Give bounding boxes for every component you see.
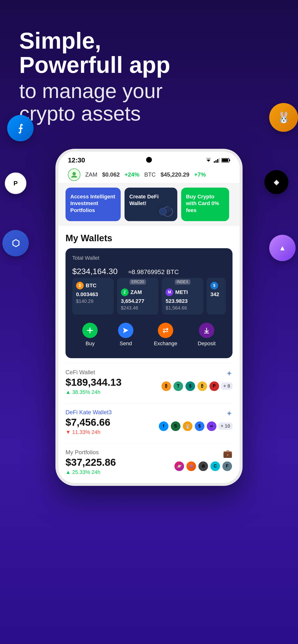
deposit-action-btn[interactable]: Deposit <box>198 323 216 347</box>
rabbit-small-icon: 🐰 <box>182 421 193 432</box>
svg-point-12 <box>167 207 171 212</box>
total-wallet-label: Total Wallet <box>72 255 226 261</box>
buy-action-btn[interactable]: Buy <box>82 323 98 347</box>
btc-ticker-label: BTC <box>144 171 156 178</box>
p5-small-icon: F <box>222 461 232 472</box>
cefi-wallet-icons: ₿ T $ ₿ P + 8 <box>161 381 232 392</box>
status-bar: 12:30 <box>58 152 240 166</box>
cefi-wallet-right: ✦ ₿ T $ ₿ P + 8 <box>161 369 232 392</box>
deposit-icon <box>199 323 214 338</box>
exchange-label: Exchange <box>154 340 177 347</box>
feature-card-buy-title: Buy Crypto with Card 0% fees <box>186 193 224 214</box>
total-wallet-amount: $234,164.30 ≈8.98769952 BTC <box>72 262 226 277</box>
portfolios-wallet-name: My Portfolios <box>66 449 116 456</box>
zam-card-header: Z ZAM <box>121 288 155 296</box>
feature-card-defi[interactable]: Create DeFi Wallet! <box>124 188 177 221</box>
portfolios-wallet-item[interactable]: My Portfolios $37,225.86 ▲ 25.33% 24h 💼 … <box>66 443 232 483</box>
zam-coin-card[interactable]: ERC20 Z ZAM 3,654.277 $243.46 <box>117 278 159 314</box>
deposit-label: Deposit <box>198 340 216 347</box>
meti-name: METI <box>175 289 188 296</box>
exchange-action-btn[interactable]: Exchange <box>154 323 177 347</box>
defi-wallet-right: ✦ f S 🐰 $ ∞ + 10 <box>158 409 232 432</box>
hero-subtitle: to manage your crypto assets <box>19 80 279 125</box>
svg-marker-15 <box>123 328 128 333</box>
svg-rect-5 <box>219 158 220 163</box>
feature-card-defi-title: Create DeFi Wallet! <box>129 193 173 207</box>
wallets-section: My Wallets Total Wallet $234,164.30 ≈8.9… <box>58 226 240 363</box>
cefi-more-badge: + 8 <box>221 382 232 390</box>
cefi-action-icon[interactable]: ✦ <box>226 369 232 378</box>
front-camera <box>146 157 152 163</box>
defi-wallet-icons: f S 🐰 $ ∞ + 10 <box>158 421 232 432</box>
zam-value: $243.46 <box>121 305 155 311</box>
meti-card-header: M METI <box>166 288 199 296</box>
exchange-icon <box>158 323 173 338</box>
send-action-btn[interactable]: Send <box>118 323 133 347</box>
wifi-icon <box>205 158 212 163</box>
cefi-wallet-change: ▲ 38.35% 24h <box>66 389 122 395</box>
phone-mockup-container: 12:30 <box>0 149 298 486</box>
cefi-wallet-info: CeFi Wallet $189,344.13 ▲ 38.35% 24h <box>66 369 122 395</box>
exchange-arrows-icon <box>162 327 169 334</box>
p-small-icon: P <box>209 381 220 392</box>
deposit-arrow-icon <box>203 327 210 334</box>
meti-coin-card[interactable]: INDEX M METI 523.9823 $1,564.66 <box>162 278 203 314</box>
buy-label: Buy <box>85 340 95 347</box>
phone-frame: 12:30 <box>55 149 243 486</box>
zam-ticker-label: ZAM <box>85 171 97 178</box>
svg-rect-4 <box>217 159 218 163</box>
feature-card-invest[interactable]: Access Intelligent Investment Portfolios <box>66 188 121 221</box>
btc-amount: 0.003463 <box>76 291 110 298</box>
portfolios-wallet-amount: $37,225.86 <box>66 457 116 468</box>
f-small-icon: f <box>158 421 169 432</box>
portfolios-wallet-right: 💼 🪐 👾 ⚙ C F <box>174 449 232 472</box>
hero-title: Simple, Powerfull app <box>19 29 279 77</box>
portfolios-wallet-info: My Portfolios $37,225.86 ▲ 25.33% 24h <box>66 449 116 475</box>
portfolios-action-icon[interactable]: 💼 <box>223 449 232 458</box>
svg-rect-2 <box>214 161 215 163</box>
floating-parcl-coin: P <box>5 172 26 194</box>
meti-icon: M <box>166 288 173 296</box>
total-wallet-card[interactable]: Total Wallet $234,164.30 ≈8.98769952 BTC… <box>66 248 232 358</box>
status-icons <box>205 158 230 163</box>
floating-black-coin: ◈ <box>264 170 288 194</box>
defi-wallet-name: DeFi Kate Wallet3 <box>66 409 112 416</box>
btc-card-header: ₿ BTC <box>76 282 110 290</box>
btc-coin-card[interactable]: ₿ BTC 0.003463 $140.29 <box>72 278 114 314</box>
coin-cards-row: ₿ BTC 0.003463 $140.29 ERC20 Z ZAM 3,6 <box>72 278 226 314</box>
p4-small-icon: C <box>210 461 221 472</box>
floating-rabbit-coin: 🐰 <box>269 103 298 132</box>
battery-icon <box>221 158 230 163</box>
zam-badge: ERC20 <box>129 279 146 284</box>
floating-filecoin-coin: ⨍ <box>7 115 34 141</box>
user-avatar[interactable] <box>68 168 80 181</box>
tether-small-icon: T <box>173 381 184 392</box>
btc-icon: ₿ <box>76 282 84 290</box>
zam-icon: Z <box>121 288 129 296</box>
extra-coin-card[interactable]: $ 342 <box>207 278 226 314</box>
defi-wallet-item[interactable]: DeFi Kate Wallet3 $7,456.66 ▼ 11.33% 24h… <box>66 403 232 443</box>
defi-wallet-change: ▼ 11.33% 24h <box>66 429 112 435</box>
zam-amount: 3,654.277 <box>121 298 155 304</box>
defi-action-icon[interactable]: ✦ <box>226 409 232 418</box>
hero-section: Simple, Powerfull app to manage your cry… <box>0 0 298 139</box>
portfolios-wallet-header: My Portfolios $37,225.86 ▲ 25.33% 24h 💼 … <box>66 449 232 475</box>
send-label: Send <box>120 340 132 347</box>
signal-icon <box>214 158 220 163</box>
wallet-list: CeFi Wallet $189,344.13 ▲ 38.35% 24h ✦ ₿… <box>58 363 240 483</box>
extra-icon: $ <box>210 282 218 290</box>
ticker-bar: ZAM $0.062 +24% BTC $45,220.29 +7% <box>58 166 240 183</box>
extra-amount: 342 <box>210 291 222 298</box>
feature-card-buy[interactable]: Buy Crypto with Card 0% fees <box>181 188 229 221</box>
zam-ticker-change: +24% <box>124 171 139 178</box>
s-small-icon: S <box>170 421 181 432</box>
defi-wallet-info: DeFi Kate Wallet3 $7,456.66 ▼ 11.33% 24h <box>66 409 112 435</box>
cefi-wallet-amount: $189,344.13 <box>66 376 122 388</box>
status-time: 12:30 <box>68 156 85 164</box>
meti-amount: 523.9823 <box>166 298 199 304</box>
cefi-wallet-item[interactable]: CeFi Wallet $189,344.13 ▲ 38.35% 24h ✦ ₿… <box>66 363 232 403</box>
send-arrow-icon <box>122 327 129 334</box>
svg-rect-8 <box>222 159 228 162</box>
svg-point-9 <box>72 172 76 176</box>
defi-wallet-amount: $7,456.66 <box>66 417 112 428</box>
